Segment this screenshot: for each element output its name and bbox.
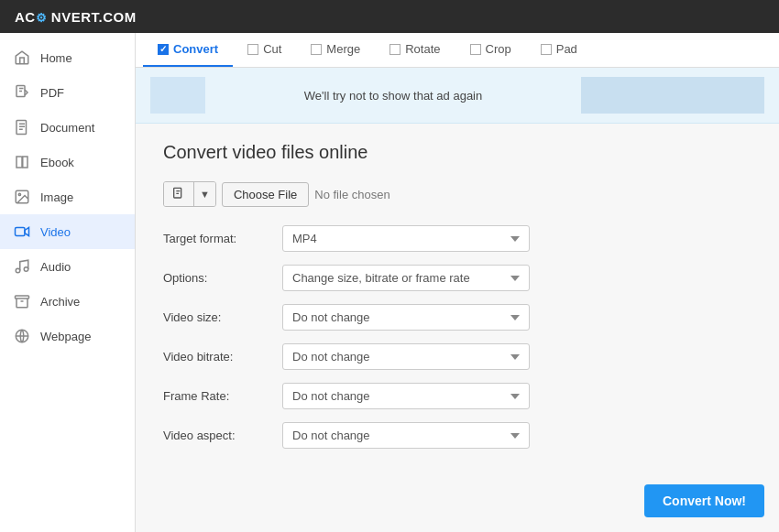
sidebar-item-webpage-label: Webpage (40, 330, 91, 343)
choose-file-button[interactable]: Choose File (222, 182, 309, 207)
video-bitrate-select[interactable]: Do not change Custom (282, 343, 530, 370)
svg-point-3 (18, 193, 20, 195)
form-row-video-bitrate: Video bitrate: Do not change Custom (163, 343, 752, 370)
sidebar-item-home-label: Home (40, 51, 72, 65)
top-bar: AC⚙ NVERT.COM (0, 0, 779, 33)
ebook-icon (13, 153, 31, 171)
tab-cut-checkbox (247, 44, 258, 55)
tab-merge-checkbox (311, 44, 322, 55)
convert-now-button[interactable]: Convert Now! (644, 484, 764, 517)
no-file-label: No file chosen (314, 188, 390, 201)
file-dropdown-button[interactable]: ▼ (193, 182, 215, 206)
page-title: Convert video files online (163, 142, 752, 163)
sidebar-item-image[interactable]: Image (0, 179, 135, 214)
sidebar-item-webpage[interactable]: Webpage (0, 319, 135, 353)
form-row-target-format: Target format: MP4 AVI MOV MKV WMV FLV W… (163, 225, 752, 252)
tab-pad-label: Pad (556, 42, 577, 56)
logo-ac: AC (15, 9, 36, 25)
sidebar-item-image-label: Image (40, 190, 73, 204)
form-row-video-aspect: Video aspect: Do not change Custom (163, 422, 752, 449)
logo-gear-icon: ⚙ (36, 11, 48, 25)
svg-point-6 (24, 267, 28, 272)
tab-merge[interactable]: Merge (296, 33, 375, 67)
tab-crop-label: Crop (486, 42, 511, 56)
options-select[interactable]: Change size, bitrate or frame rate No ch… (282, 265, 530, 291)
file-upload-row: ▼ Choose File No file chosen (163, 181, 752, 207)
webpage-icon (13, 327, 31, 345)
target-format-select[interactable]: MP4 AVI MOV MKV WMV FLV WebM GIF (282, 225, 530, 252)
sidebar-item-pdf-label: PDF (40, 86, 64, 100)
pdf-icon (13, 83, 31, 102)
ad-banner: We'll try not to show that ad again (136, 68, 779, 124)
frame-rate-label: Frame Rate: (163, 389, 282, 403)
image-icon (13, 188, 31, 206)
tab-crop-checkbox (470, 44, 481, 55)
sidebar-item-ebook[interactable]: Ebook (0, 145, 135, 179)
logo: AC⚙ NVERT.COM (15, 9, 137, 25)
sidebar-item-audio-label: Audio (40, 260, 71, 274)
tab-rotate[interactable]: Rotate (375, 33, 455, 67)
sidebar-item-ebook-label: Ebook (40, 156, 74, 169)
document-icon (13, 118, 31, 136)
tab-crop[interactable]: Crop (455, 33, 526, 67)
svg-point-5 (16, 268, 20, 273)
tab-rotate-checkbox (390, 44, 400, 55)
tab-cut[interactable]: Cut (233, 33, 296, 67)
tab-pad-checkbox (541, 44, 552, 55)
sidebar-item-audio[interactable]: Audio (0, 249, 135, 284)
sidebar-item-document[interactable]: Document (0, 110, 135, 145)
home-icon (13, 49, 31, 67)
ad-banner-left (150, 77, 205, 114)
video-aspect-select[interactable]: Do not change Custom (282, 422, 530, 449)
form-row-video-size: Video size: Do not change Custom (163, 304, 752, 331)
form-row-frame-rate: Frame Rate: Do not change Custom (163, 383, 752, 409)
file-icon-button[interactable] (164, 182, 193, 206)
tab-rotate-label: Rotate (405, 42, 440, 56)
sidebar-item-pdf[interactable]: PDF (0, 75, 135, 110)
content-area: Convert video files online ▼ Choose File… (136, 124, 779, 480)
tab-convert[interactable]: ✓ Convert (143, 33, 233, 67)
file-doc-icon (171, 187, 186, 201)
video-icon (13, 223, 31, 241)
options-label: Options: (163, 271, 282, 285)
tab-convert-label: Convert (173, 42, 218, 56)
video-aspect-label: Video aspect: (163, 429, 282, 442)
main-content: ✓ Convert Cut Merge Rotate Crop Pad (136, 33, 779, 532)
svg-rect-7 (16, 296, 29, 299)
archive-icon (13, 292, 31, 310)
ad-banner-right (581, 77, 764, 114)
video-bitrate-label: Video bitrate: (163, 350, 282, 364)
audio-icon (13, 257, 31, 276)
sidebar-item-video-label: Video (40, 225, 71, 239)
sidebar-item-video[interactable]: Video (0, 214, 135, 249)
video-size-select[interactable]: Do not change Custom (282, 304, 530, 331)
video-size-label: Video size: (163, 310, 282, 324)
target-format-label: Target format: (163, 232, 282, 245)
tab-merge-label: Merge (326, 42, 360, 56)
sidebar-item-home[interactable]: Home (0, 40, 135, 75)
form-row-options: Options: Change size, bitrate or frame r… (163, 265, 752, 291)
tab-convert-checkbox: ✓ (158, 44, 169, 55)
frame-rate-select[interactable]: Do not change Custom (282, 383, 530, 409)
file-btn-group: ▼ (163, 181, 216, 207)
svg-rect-9 (174, 188, 181, 198)
tab-cut-label: Cut (263, 42, 281, 56)
sidebar-item-document-label: Document (40, 121, 94, 135)
tabs-bar: ✓ Convert Cut Merge Rotate Crop Pad (136, 33, 779, 68)
ad-banner-text: We'll try not to show that ad again (205, 89, 581, 103)
sidebar-item-archive-label: Archive (40, 295, 80, 309)
logo-domain: NVERT.COM (47, 9, 137, 25)
tab-pad[interactable]: Pad (526, 33, 592, 67)
sidebar: Home PDF Document Ebook Image (0, 33, 136, 532)
svg-rect-4 (16, 228, 26, 236)
layout: Home PDF Document Ebook Image (0, 33, 779, 532)
sidebar-item-archive[interactable]: Archive (0, 284, 135, 319)
